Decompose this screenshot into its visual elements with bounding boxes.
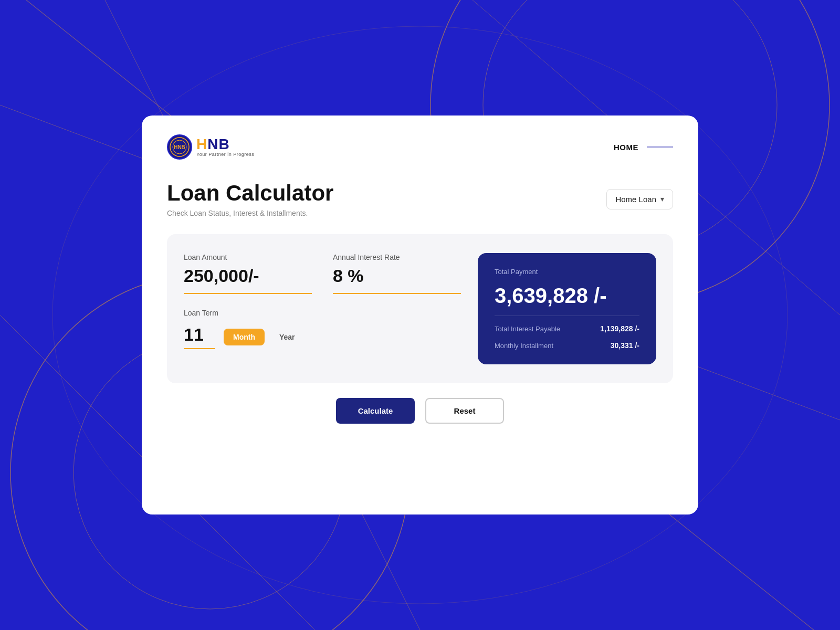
nav-divider (647, 146, 673, 148)
loan-type-dropdown[interactable]: Home Loan ▾ (606, 189, 673, 209)
svg-text:HNB: HNB (174, 144, 185, 150)
calculate-button[interactable]: Calculate (336, 398, 415, 424)
loan-term-row: 11 Month Year (184, 324, 461, 349)
loan-term-group: Loan Term 11 Month Year (184, 309, 461, 349)
interest-rate-value: 8 % (333, 267, 461, 285)
loan-amount-value: 250,000/- (184, 267, 312, 285)
interest-payable-row: Total Interest Payable 1,139,828 /- (495, 324, 639, 333)
loan-type-label: Home Loan (615, 195, 656, 204)
logo-brand-name: HNB (196, 137, 254, 152)
loan-term-value: 11 (184, 324, 215, 345)
action-buttons: Calculate Reset (167, 398, 673, 424)
results-card: Total Payment 3,639,828 /- Total Interes… (478, 253, 656, 364)
logo-area: HNB HNB Your Partner in Progress (167, 134, 254, 160)
calculator-area: Loan Amount 250,000/- Annual Interest Ra… (167, 234, 673, 383)
loan-amount-label: Loan Amount (184, 253, 312, 261)
loan-amount-group: Loan Amount 250,000/- (184, 253, 312, 294)
results-divider (495, 316, 639, 316)
page-title: Loan Calculator (167, 181, 333, 206)
nav-links: HOME (614, 143, 673, 152)
heading-left: Loan Calculator Check Loan Status, Inter… (167, 181, 333, 217)
interest-rate-underline (333, 293, 461, 294)
term-toggle-buttons: Month Year (224, 329, 304, 345)
interest-rate-label: Annual Interest Rate (333, 253, 461, 261)
monthly-installment-value: 30,331 /- (611, 341, 639, 350)
term-value-wrap: 11 (184, 324, 215, 349)
reset-button[interactable]: Reset (425, 398, 504, 424)
total-payment-label: Total Payment (495, 268, 639, 276)
loan-term-underline (184, 348, 215, 349)
interest-payable-label: Total Interest Payable (495, 325, 560, 333)
nav-home-link[interactable]: HOME (614, 143, 638, 152)
total-payment-value: 3,639,828 /- (495, 284, 639, 307)
calc-inputs: Loan Amount 250,000/- Annual Interest Ra… (184, 253, 461, 364)
top-inputs-row: Loan Amount 250,000/- Annual Interest Ra… (184, 253, 461, 294)
interest-rate-group: Annual Interest Rate 8 % (333, 253, 461, 294)
logo-tagline: Your Partner in Progress (196, 152, 254, 157)
term-month-button[interactable]: Month (224, 329, 265, 345)
monthly-installment-row: Monthly Installment 30,331 /- (495, 341, 639, 350)
page-subtitle: Check Loan Status, Interest & Installmen… (167, 209, 333, 217)
loan-term-label: Loan Term (184, 309, 461, 317)
main-card: HNB HNB Your Partner in Progress HOME Lo… (142, 116, 698, 514)
chevron-down-icon: ▾ (660, 195, 664, 203)
logo-h: H (196, 136, 207, 152)
navbar: HNB HNB Your Partner in Progress HOME (167, 134, 673, 160)
term-year-button[interactable]: Year (270, 329, 304, 345)
logo-nb: NB (207, 136, 229, 152)
logo-emblem: HNB (167, 134, 192, 160)
heading-row: Loan Calculator Check Loan Status, Inter… (167, 181, 673, 217)
logo-text-area: HNB Your Partner in Progress (196, 137, 254, 157)
interest-rate-input-group: Annual Interest Rate 8 % (333, 253, 461, 294)
monthly-installment-label: Monthly Installment (495, 342, 553, 350)
loan-amount-underline (184, 293, 312, 294)
loan-amount-input-group: Loan Amount 250,000/- (184, 253, 312, 294)
interest-payable-value: 1,139,828 /- (600, 324, 639, 333)
